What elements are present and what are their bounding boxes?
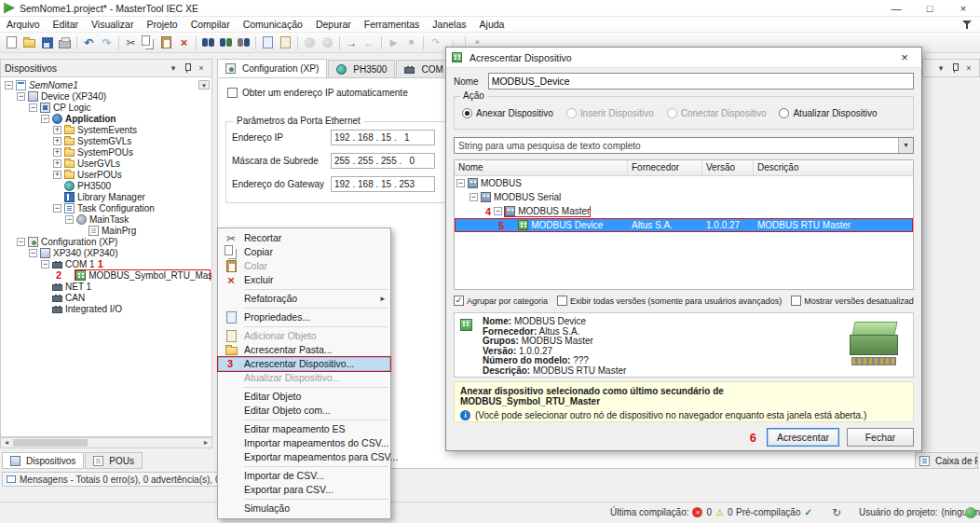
tree-item-cp-logic[interactable]: −CP Logic [1,102,211,113]
device-name-input[interactable] [488,73,914,89]
expander-icon[interactable]: − [470,193,478,201]
paste-button[interactable] [157,34,175,51]
menu-ferramentas[interactable]: Ferramentas [358,17,427,32]
panel-menu-icon[interactable]: ▾ [934,62,947,75]
menu-visualizar[interactable]: Visualizar [85,17,140,32]
active-app-dropdown[interactable]: ▾ [198,80,210,89]
menu-item-acrescentar-pasta[interactable]: Acrescentar Pasta... [218,343,390,357]
menu-depurar[interactable]: Depurar [309,17,358,32]
device-item-modbus-device[interactable]: 5MODBUS DeviceAltus S.A.1.0.0.27MODBUS R… [455,218,913,232]
radio-inserir-dispositivo[interactable]: Inserir Dispositivo [566,108,654,118]
step-over-button[interactable]: ↷ [427,34,444,51]
column-header-vers-o[interactable]: Versão [702,160,754,175]
device-item-modbus[interactable]: −MODBUS [455,176,913,190]
undo-button[interactable]: ↶ [80,34,98,51]
device-search-combobox[interactable]: String para uma pesquisa de texto comple… [454,137,914,154]
expander-icon[interactable]: − [53,204,61,213]
panel-menu-icon[interactable]: ▾ [167,62,180,75]
new-button[interactable] [3,34,20,51]
print-button[interactable] [56,34,74,51]
dialog-close-button[interactable]: × [893,50,916,64]
tree-item-can[interactable]: CAN [1,292,211,303]
tree-item-xp340-xp340[interactable]: −XP340 (XP340) [1,247,211,258]
toolbox-tab[interactable]: Caixa de Ferr... [915,452,978,469]
generate-code-button[interactable] [319,34,336,51]
tree-item-net-1[interactable]: NET 1 [1,281,211,292]
tree-item-maintask[interactable]: −MainTask [1,213,211,225]
close-button[interactable]: × [946,0,980,16]
tree-item-device-xp340[interactable]: −Device (XP340) [1,90,211,102]
stop-button[interactable]: ■ [402,34,420,51]
pin-icon[interactable] [949,62,960,74]
menu-item-editar-objeto[interactable]: Editar Objeto [218,390,390,404]
panel-tab-pous[interactable]: POUs [85,452,143,469]
expander-icon[interactable]: − [65,215,74,224]
search-project-button[interactable] [235,34,252,51]
expander-icon[interactable]: + [53,126,61,134]
panel-close-icon[interactable]: × [195,62,208,75]
expander-icon[interactable]: − [17,92,25,101]
menu-item-importar-mapeamentos-do-csv[interactable]: Importar mapeamentos do CSV... [218,436,390,450]
tree-item-mainprg[interactable]: MainPrg [1,225,211,236]
expander-icon[interactable]: + [53,148,61,157]
tree-item-systemevents[interactable]: +SystemEvents [1,124,211,135]
find-button[interactable] [199,34,217,51]
open-button[interactable] [20,34,38,51]
menu-projeto[interactable]: Projeto [140,17,184,32]
endere-o-do-gateway-input[interactable] [331,176,435,192]
fechar-button[interactable]: Fechar [847,428,914,447]
device-item-modbus-serial[interactable]: −MODBUS Serial [455,190,913,204]
tree-item-userpous[interactable]: +UserPOUs [1,169,211,180]
menu-item-propriedades[interactable]: Propriedades... [218,310,390,324]
copy-button[interactable] [140,34,157,51]
expander-icon[interactable]: − [5,81,13,89]
tree-item-systemgvls[interactable]: +SystemGVLs [1,135,211,146]
save-button[interactable] [38,34,56,51]
expander-icon[interactable]: + [53,171,61,179]
panel-tab-dispositivos[interactable]: Dispositivos [2,452,84,469]
redo-button[interactable]: ↷ [98,34,116,51]
menu-item-atualizar-dispositivo[interactable]: Atualizar Dispositivo... [218,371,390,385]
chevron-down-icon[interactable]: ▾ [898,138,913,153]
expander-icon[interactable]: + [53,159,61,168]
pin-icon[interactable] [182,62,193,74]
expander-icon[interactable]: − [41,260,49,268]
device-item-modbus-master[interactable]: 4−MODBUS Master [455,204,913,218]
menu-item-refatora-o[interactable]: Refatoração▸ [218,292,390,306]
scroll-left-icon[interactable]: ◂ [1,438,12,447]
menu-item-editar-mapeamento-es[interactable]: Editar mapeamento ES [218,422,390,436]
filter-icon[interactable] [962,20,973,30]
expander-icon[interactable]: + [53,137,61,145]
menu-item-recortar[interactable]: ✂Recortar [218,231,390,245]
tree-item-com-1[interactable]: −COM 11 [1,258,211,269]
menu-item-excluir[interactable]: ×Excluir [218,273,390,287]
tree-item-usergvls[interactable]: +UserGVLs [1,158,211,169]
menu-item-acrescentar-dispositivo[interactable]: 3Acrescentar Dispositivo... [218,357,390,371]
tree-item-systempous[interactable]: +SystemPOUs [1,146,211,158]
tab-com[interactable]: COM [396,60,451,77]
radio-atualizar-dispositivo[interactable]: Atualizar Dispositivo [779,108,877,118]
menu-item-copiar[interactable]: Copiar [218,245,390,259]
radio-anexar-dispositivo[interactable]: Anexar Dispositivo [462,108,553,118]
tab-ph3500[interactable]: PH3500 [328,60,395,77]
scrollbar-thumb[interactable] [13,439,88,447]
tree-item-ph3500[interactable]: PH3500 [1,180,211,191]
library-manager-button[interactable] [259,34,277,51]
expander-icon[interactable]: − [456,179,465,187]
menu-item-simula-o[interactable]: Simulação [218,502,390,516]
tab-configuration-xp[interactable]: Configuration (XP) [217,59,327,77]
messages-tab[interactable]: Mensagens - Totais 0 erro(s), 0 advertên… [2,472,237,487]
menu-item-editar-objeto-com[interactable]: Editar Objeto com... [218,404,390,418]
menu-item-exportar-para-csv[interactable]: Exportar para CSV... [218,483,390,497]
logout-button[interactable]: ← [361,34,378,51]
tree-item-application[interactable]: −Application [1,113,211,124]
panel-close-icon[interactable]: × [962,62,975,75]
tree-item-task-configuration[interactable]: −Task Configuration [1,202,211,213]
m-scara-de-subrede-input[interactable] [331,153,435,169]
login-button[interactable]: → [343,34,361,51]
expander-icon[interactable]: − [29,103,37,112]
find-replace-button[interactable] [217,34,235,51]
column-header-nome[interactable]: Nome [455,160,628,175]
expander-icon[interactable]: − [17,238,25,246]
column-header-fornecedor[interactable]: Fornecedor [628,160,702,175]
